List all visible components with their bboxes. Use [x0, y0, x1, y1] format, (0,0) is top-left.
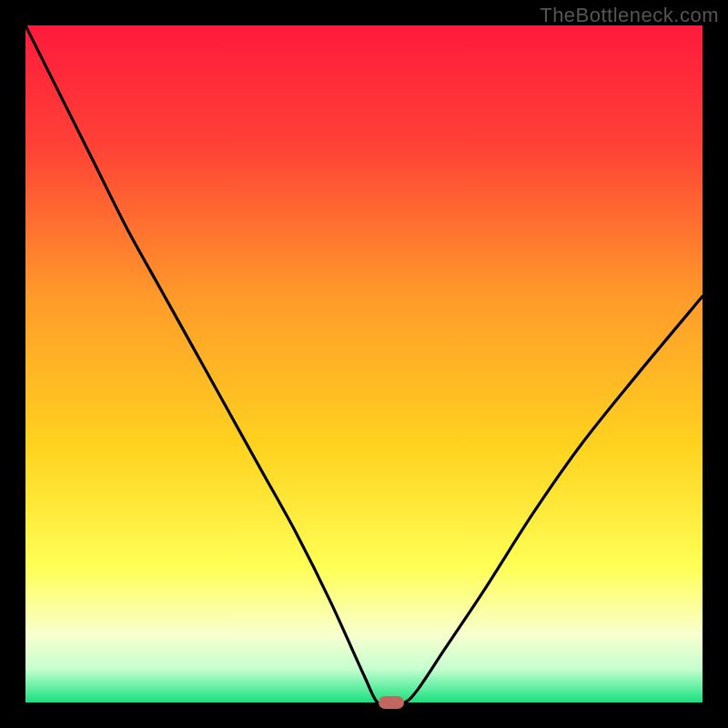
gradient-background [25, 25, 703, 703]
plot-area [25, 25, 703, 703]
chart-frame: TheBottleneck.com [0, 0, 728, 728]
optimum-marker [379, 696, 404, 709]
plot-svg [25, 25, 703, 703]
watermark-text: TheBottleneck.com [540, 4, 719, 27]
